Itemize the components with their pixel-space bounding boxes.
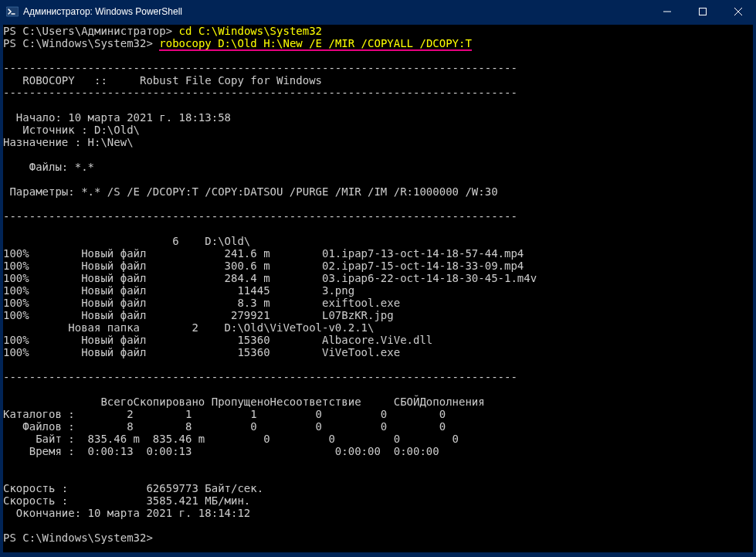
blank [3, 470, 9, 482]
command-cd: cd C:\Windows\System32 [179, 25, 322, 37]
summary-time: Время : 0:00:13 0:00:13 0:00:00 0:00:00 [3, 445, 439, 457]
end-time: Окончание: 10 марта 2021 г. 18:14:12 [3, 507, 250, 519]
maximize-button[interactable] [685, 0, 720, 23]
summary-files: Файлов : 8 8 0 0 0 0 [3, 420, 446, 433]
dir-entry: 6 D:\Old\ [3, 235, 250, 247]
blank [3, 49, 9, 62]
blank [3, 222, 9, 235]
file-entry: 100% Новый файл 8.3 m exiftool.exe [3, 297, 400, 309]
titlebar[interactable]: Администратор: Windows PowerShell [0, 0, 756, 23]
blank [3, 519, 9, 532]
file-entry: 100% Новый файл 241.6 m 01.ipap7-13-oct-… [3, 247, 524, 260]
dir-entry: Новая папка 2 D:\Old\ViVeTool-v0.2.1\ [3, 321, 374, 334]
divider: ----------------------------------------… [3, 87, 517, 99]
file-entry: 100% Новый файл 300.6 m 02.ipap7-15-oct-… [3, 260, 524, 272]
file-entry: 100% Новый файл 11445 3.png [3, 284, 354, 297]
blank [3, 99, 9, 111]
svg-rect-3 [700, 8, 707, 15]
blank [3, 457, 9, 470]
terminal-output[interactable]: PS C:\Users\Администратор> cd C:\Windows… [3, 25, 753, 552]
file-entry: 100% Новый файл 15360 ViVeTool.exe [3, 346, 400, 358]
file-entry: 100% Новый файл 15360 Albacore.ViVe.dll [3, 334, 432, 346]
close-button[interactable] [720, 0, 756, 23]
speed-bytes: Скорость : 62659773 Байт/сек. [3, 482, 263, 494]
blank [3, 148, 9, 161]
speed-mb: Скорость : 3585.421 МБ/мин. [3, 494, 250, 507]
source-path: Источник : D:\Old\ [3, 124, 140, 136]
dest-path: Назначение : H:\New\ [3, 136, 134, 148]
blank [3, 358, 9, 371]
divider: ----------------------------------------… [3, 371, 517, 383]
divider: ----------------------------------------… [3, 210, 517, 222]
summary-header: ВсегоСкопировано ПропущеноНесоответствие… [3, 396, 485, 408]
files-filter: Файлы: *.* [3, 161, 94, 173]
window-title: Администратор: Windows PowerShell [23, 6, 649, 17]
start-time: Начало: 10 марта 2021 г. 18:13:58 [3, 111, 231, 124]
powershell-icon [6, 5, 19, 18]
file-entry: 100% Новый файл 279921 L07BzKR.jpg [3, 309, 394, 321]
blank [3, 198, 9, 210]
summary-dirs: Каталогов : 2 1 1 0 0 0 [3, 408, 446, 420]
summary-bytes: Байт : 835.46 m 835.46 m 0 0 0 0 [3, 433, 459, 445]
svg-rect-0 [6, 7, 19, 16]
parameters: Параметры: *.* /S /E /DCOPY:T /COPY:DATS… [3, 185, 498, 198]
blank [3, 173, 9, 185]
robocopy-header: ROBOCOPY :: Robust File Copy for Windows [3, 74, 322, 87]
terminal-frame: PS C:\Users\Администратор> cd C:\Windows… [0, 23, 756, 557]
prompt-line-1: PS C:\Users\Администратор> cd C:\Windows… [3, 25, 322, 37]
prompt-line-3: PS C:\Windows\System32> [3, 532, 159, 544]
minimize-button[interactable] [649, 0, 685, 23]
blank [3, 383, 9, 396]
prompt-line-2: PS C:\Windows\System32> robocopy D:\Old … [3, 37, 472, 51]
window-controls [649, 0, 756, 23]
command-robocopy: robocopy D:\Old H:\New /E /MIR /COPYALL … [159, 37, 472, 51]
divider: ----------------------------------------… [3, 62, 517, 74]
file-entry: 100% Новый файл 284.4 m 03.ipap6-22-oct-… [3, 272, 537, 284]
